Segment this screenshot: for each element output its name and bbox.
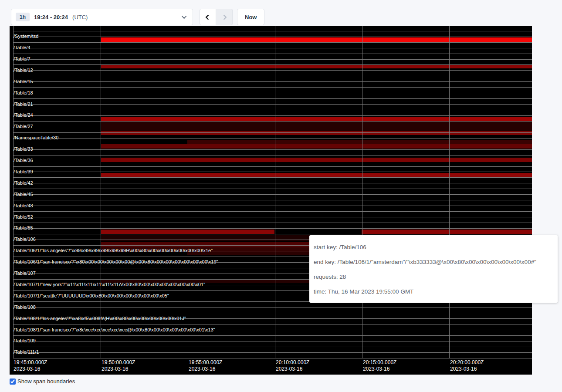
span-label: /Table/42 [14, 180, 33, 186]
span-boundary-line [13, 200, 532, 200]
span-boundary-line [13, 234, 532, 234]
span-label: /Table/15 [14, 79, 33, 84]
span-label: /Table/18 [14, 90, 33, 96]
span-boundary-line [13, 104, 532, 105]
span-boundary-line [13, 172, 532, 172]
chevron-right-icon [221, 14, 227, 20]
span-boundary-line [13, 352, 532, 353]
span-boundary-line [13, 48, 532, 48]
span-boundary-line [13, 127, 532, 127]
span-label: /Table/106/1/"san francisco"/"\x80\x00\x… [14, 259, 218, 265]
heat-band [101, 173, 532, 177]
span-boundary-line [13, 59, 532, 60]
time-gridline [101, 26, 101, 358]
span-boundary-line [13, 115, 532, 116]
span-label: /Table/4 [14, 45, 30, 51]
span-boundary-line [13, 37, 532, 37]
tooltip-requests: requests: 28 [314, 270, 553, 284]
span-label: /Table/45 [14, 192, 33, 197]
span-boundary-line [13, 64, 532, 65]
span-boundary-line [13, 81, 532, 82]
span-boundary-line [13, 335, 532, 336]
key-visualizer-canvas[interactable]: /System/tsd/Table/4/Table/7/Table/12/Tab… [10, 26, 532, 375]
span-boundary-line [13, 93, 532, 93]
span-boundary-line [13, 183, 532, 183]
time-range-text: 19:24 - 20:24 [34, 14, 68, 20]
span-label: /Table/109 [14, 338, 36, 344]
time-tick-label: 19:45:00.000Z2023-03-16 [14, 359, 47, 372]
span-boundary-line [13, 87, 532, 88]
span-label: /Table/52 [14, 214, 33, 220]
time-gridline [188, 26, 188, 358]
span-label: /Table/108/1/"los angeles"/"\xa8\xf5\u00… [14, 316, 186, 321]
span-label: /NamespaceTable/30 [14, 135, 58, 141]
time-gridline [362, 26, 362, 358]
span-boundary-line [13, 211, 532, 212]
time-tick-label: 20:15:00.000Z2023-03-16 [363, 359, 396, 372]
span-boundary-line [13, 189, 532, 189]
show-span-boundaries-label: Show span boundaries [17, 378, 75, 385]
heat-band [362, 230, 532, 234]
heat-band [101, 144, 532, 149]
tooltip-start-key: start key: /Table/106 [314, 240, 553, 255]
span-label: /Table/24 [14, 112, 33, 118]
span-label: /Table/107 [14, 270, 36, 276]
span-boundary-line [13, 42, 532, 43]
span-label: /Table/107/1/"seattle"/"UUUUUUD\x00\x80\… [14, 293, 169, 299]
time-tick-label: 20:10:00.000Z2023-03-16 [276, 359, 309, 372]
span-boundary-line [13, 228, 532, 229]
span-boundary-line [13, 217, 532, 217]
time-tick-label: 19:50:00.000Z2023-03-16 [102, 359, 135, 372]
span-boundary-line [13, 155, 532, 155]
span-label: /Table/7 [14, 56, 30, 62]
span-boundary-line [13, 341, 532, 341]
previous-interval-button[interactable] [200, 9, 216, 25]
heat-band [101, 117, 532, 121]
span-label: /Table/108 [14, 304, 36, 310]
span-label: /Table/48 [14, 203, 33, 209]
span-label: /Table/108/1/"san francisco"/"\x8c\xcc\x… [14, 327, 215, 333]
duration-chip: 1h [16, 13, 30, 21]
span-boundary-line [13, 70, 532, 71]
span-tooltip: start key: /Table/106 end key: /Table/10… [309, 235, 558, 303]
span-boundary-line [13, 324, 532, 324]
span-boundary-line [13, 98, 532, 99]
span-boundary-line [13, 144, 532, 144]
heat-band [101, 122, 532, 131]
span-boundary-line [13, 177, 532, 178]
span-label: /Table/33 [14, 146, 33, 152]
time-zone-text: (UTC) [72, 14, 88, 20]
footer-controls: Show span boundaries [10, 378, 75, 385]
span-boundary-line [13, 313, 532, 313]
next-interval-button-disabled[interactable] [216, 9, 233, 25]
tooltip-time: time: Thu, 16 Mar 2023 19:55:00 GMT [314, 284, 553, 299]
time-gridline [275, 26, 275, 358]
span-boundary-line [13, 307, 532, 308]
span-label: /System/tsd [14, 34, 38, 39]
chevron-down-icon [182, 14, 186, 19]
time-range-selector[interactable]: 1h 19:24 - 20:24 (UTC) [11, 9, 193, 25]
time-gridline [449, 26, 450, 358]
now-button[interactable]: Now [237, 9, 264, 25]
heat-band [101, 158, 532, 162]
span-boundary-line [13, 358, 532, 358]
span-label: /Table/107/1/"new york"/"\x11\x11\x11\x1… [14, 282, 205, 287]
span-boundary-line [13, 138, 532, 139]
span-label: /Table/12 [14, 68, 33, 73]
span-boundary-line [13, 149, 532, 150]
span-label: /Table/106/1/"los angeles"/"\x99\x99\x99… [14, 248, 213, 253]
tooltip-end-key: end key: /Table/106/1/"amsterdam"/"\xb33… [314, 255, 553, 270]
span-boundary-line [13, 223, 532, 223]
show-span-boundaries-checkbox[interactable] [10, 378, 16, 385]
span-boundary-line [13, 76, 532, 76]
span-boundary-line [13, 194, 532, 195]
heat-band [101, 37, 532, 42]
span-boundary-line [13, 31, 532, 31]
span-boundary-line [13, 347, 532, 347]
span-label: /Table/39 [14, 169, 33, 175]
span-boundary-line [13, 132, 532, 133]
span-boundary-line [13, 206, 532, 206]
span-boundary-line [13, 166, 532, 167]
span-boundary-line [13, 161, 532, 161]
chevron-left-icon [205, 14, 211, 20]
